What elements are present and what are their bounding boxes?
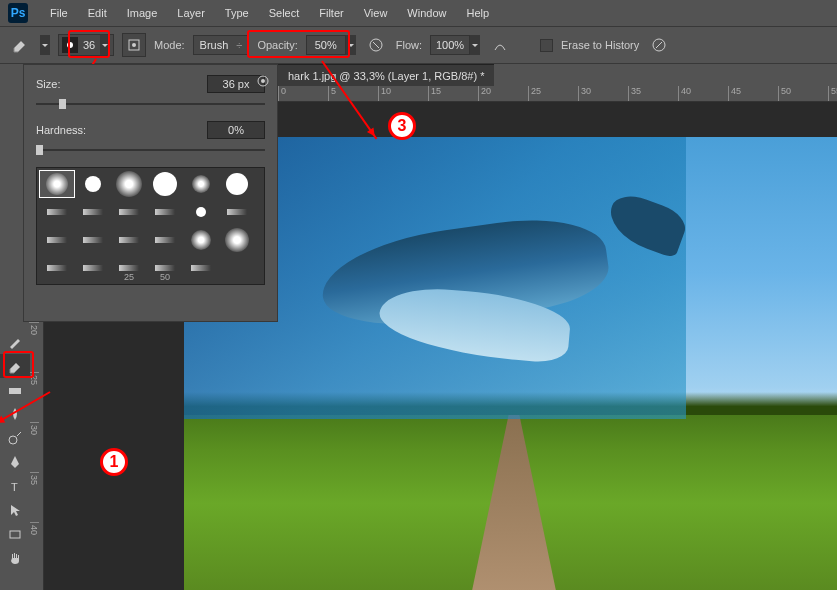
mode-value: Brush: [200, 39, 229, 51]
size-label: Size:: [36, 78, 60, 90]
gradient-tool[interactable]: [0, 378, 30, 402]
opacity-input[interactable]: 50%: [306, 35, 346, 55]
brush-size-picker[interactable]: 36: [58, 34, 114, 56]
size-value: 36 px: [223, 78, 250, 90]
path-select-tool[interactable]: [0, 498, 30, 522]
brush-preview-icon: [62, 37, 78, 53]
brush-preset[interactable]: [75, 198, 111, 226]
mode-select[interactable]: Brush ÷: [193, 35, 250, 55]
menu-select[interactable]: Select: [261, 3, 308, 23]
menu-file[interactable]: File: [42, 3, 76, 23]
document-tab[interactable]: hark 1.jpg @ 33,3% (Layer 1, RGB/8#) *: [278, 64, 494, 86]
opacity-label: Opacity:: [257, 39, 297, 51]
svg-line-8: [17, 432, 21, 436]
brush-size-value: 36: [80, 39, 98, 51]
hardness-input[interactable]: 0%: [207, 121, 265, 139]
menu-edit[interactable]: Edit: [80, 3, 115, 23]
pressure-opacity-icon[interactable]: [364, 33, 388, 57]
brush-preset[interactable]: 50: [147, 254, 183, 282]
opacity-value: 50%: [315, 39, 337, 51]
menu-bar: Ps File Edit Image Layer Type Select Fil…: [0, 0, 837, 26]
brush-preset[interactable]: [183, 254, 219, 282]
brush-tool[interactable]: [0, 330, 30, 354]
brush-preset-panel: Size: 36 px Hardness: 0% 25 50: [23, 64, 278, 322]
brush-preset[interactable]: [147, 170, 183, 198]
brush-preset[interactable]: [39, 254, 75, 282]
app-logo-text: Ps: [11, 6, 26, 20]
tool-palette: T: [0, 330, 30, 570]
eraser-tool[interactable]: [0, 354, 30, 378]
svg-rect-10: [10, 531, 20, 538]
shape-tool[interactable]: [0, 522, 30, 546]
brush-preset[interactable]: [39, 170, 75, 198]
svg-point-1: [132, 43, 136, 47]
size-slider[interactable]: [36, 99, 265, 109]
pressure-size-icon[interactable]: [647, 33, 671, 57]
document-image: [184, 137, 837, 590]
brush-preset[interactable]: [219, 226, 255, 254]
brush-preset[interactable]: [183, 170, 219, 198]
hardness-slider[interactable]: [36, 145, 265, 155]
whale-layer: [283, 192, 666, 374]
svg-point-5: [261, 79, 265, 83]
svg-text:T: T: [11, 481, 18, 493]
svg-rect-6: [9, 388, 21, 394]
document-tab-label: hark 1.jpg @ 33,3% (Layer 1, RGB/8#) *: [288, 70, 484, 82]
brush-preset[interactable]: [183, 198, 219, 226]
preset-label: 50: [160, 272, 170, 282]
brush-preset-grid: 25 50: [36, 167, 265, 285]
menu-filter[interactable]: Filter: [311, 3, 351, 23]
brush-preset[interactable]: [75, 170, 111, 198]
ruler-vertical: 2025303540: [29, 322, 44, 590]
brush-preset[interactable]: [147, 198, 183, 226]
brush-preset[interactable]: [219, 198, 255, 226]
dodge-tool[interactable]: [0, 426, 30, 450]
flow-value: 100%: [436, 39, 464, 51]
mode-label: Mode:: [154, 39, 185, 51]
brush-preset[interactable]: [75, 254, 111, 282]
brush-preset[interactable]: [183, 226, 219, 254]
airbrush-icon[interactable]: [488, 33, 512, 57]
flow-dropdown[interactable]: [470, 35, 480, 55]
brush-preset[interactable]: [147, 226, 183, 254]
brush-preset[interactable]: [75, 226, 111, 254]
hardness-slider-knob[interactable]: [36, 145, 43, 155]
brush-dropdown-arrow[interactable]: [100, 35, 110, 55]
menu-help[interactable]: Help: [458, 3, 497, 23]
eraser-tool-icon: [8, 33, 32, 57]
svg-point-7: [9, 436, 17, 444]
brush-preset[interactable]: [219, 254, 255, 282]
hand-tool[interactable]: [0, 546, 30, 570]
size-slider-knob[interactable]: [59, 99, 66, 109]
options-bar: 36 Mode: Brush ÷ Opacity: 50% Flow: 100%…: [0, 26, 837, 64]
brush-preset[interactable]: [111, 170, 147, 198]
type-tool[interactable]: T: [0, 474, 30, 498]
menu-layer[interactable]: Layer: [169, 3, 213, 23]
brush-preset[interactable]: [111, 198, 147, 226]
pen-tool[interactable]: [0, 450, 30, 474]
hardness-value: 0%: [228, 124, 244, 136]
brush-preset[interactable]: [39, 226, 75, 254]
menu-view[interactable]: View: [356, 3, 396, 23]
blur-tool[interactable]: [0, 402, 30, 426]
flow-input[interactable]: 100%: [430, 35, 470, 55]
preset-label: 25: [124, 272, 134, 282]
brush-preset[interactable]: [39, 198, 75, 226]
erase-history-label: Erase to History: [561, 39, 639, 51]
opacity-dropdown[interactable]: [346, 35, 356, 55]
app-logo: Ps: [8, 3, 28, 23]
menu-image[interactable]: Image: [119, 3, 166, 23]
brush-preset[interactable]: [111, 226, 147, 254]
brush-preset[interactable]: 25: [111, 254, 147, 282]
brush-preset[interactable]: [219, 170, 255, 198]
menu-type[interactable]: Type: [217, 3, 257, 23]
hardness-label: Hardness:: [36, 124, 86, 136]
flow-label: Flow:: [396, 39, 422, 51]
tool-preset-dropdown[interactable]: [40, 35, 50, 55]
brush-panel-toggle[interactable]: [122, 33, 146, 57]
panel-menu-icon[interactable]: [255, 73, 271, 89]
erase-history-checkbox[interactable]: [540, 39, 553, 52]
menu-window[interactable]: Window: [399, 3, 454, 23]
